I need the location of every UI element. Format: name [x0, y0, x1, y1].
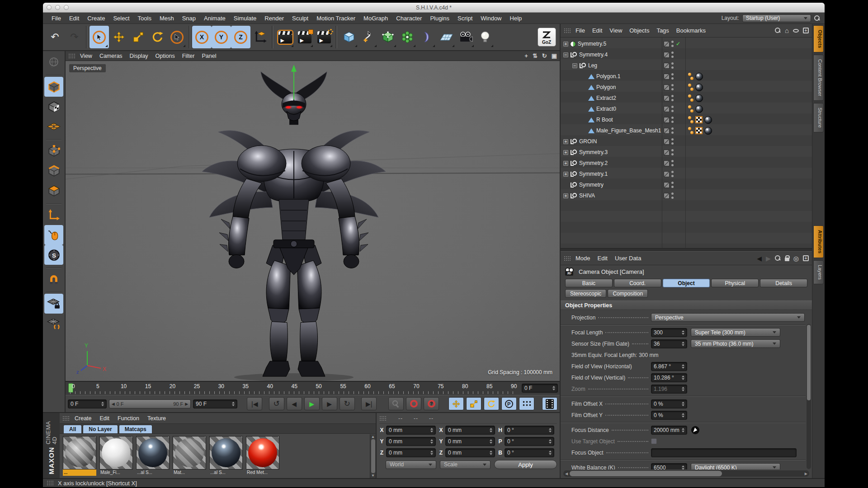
- uvw-tag[interactable]: [695, 127, 703, 134]
- layer-tag[interactable]: [664, 139, 670, 145]
- menu-item[interactable]: Tools: [134, 15, 156, 22]
- visibility-dots[interactable]: [671, 149, 674, 155]
- layer-tag[interactable]: [664, 84, 670, 90]
- points-tag[interactable]: [688, 127, 693, 134]
- tab-coord[interactable]: Coord.: [614, 279, 661, 287]
- material-thumbnail[interactable]: [173, 436, 206, 469]
- coordinate-field[interactable]: 0 °: [505, 426, 554, 435]
- object-row[interactable]: Symmetry: [561, 179, 812, 190]
- snap-toggle-button[interactable]: S: [44, 245, 63, 265]
- layer-tag[interactable]: [664, 117, 670, 123]
- sensor-size-preset-dropdown[interactable]: 35 mm Photo (36.0 mm): [691, 339, 780, 348]
- focal-length-field[interactable]: 300: [651, 328, 687, 337]
- object-row[interactable]: +GROIN: [561, 136, 812, 147]
- object-manager-menu-item[interactable]: File: [572, 27, 589, 34]
- material-thumbnail[interactable]: [63, 436, 96, 469]
- record-keyframe-button[interactable]: [388, 397, 404, 410]
- menu-item[interactable]: Motion Tracker: [312, 15, 359, 22]
- panel-grip[interactable]: [62, 416, 70, 421]
- viewport-menu-item[interactable]: Filter: [179, 53, 198, 59]
- object-manager-menu-item[interactable]: Edit: [589, 27, 606, 34]
- object-name[interactable]: Symmetry.3: [579, 149, 608, 155]
- material-scrollbar[interactable]: ▲▼: [370, 434, 376, 478]
- viewport-menu-item[interactable]: Options: [152, 53, 179, 59]
- visibility-dots[interactable]: [671, 192, 674, 199]
- menu-item[interactable]: Select: [109, 15, 133, 22]
- material-menu-item[interactable]: Create: [71, 415, 96, 422]
- object-manager-menu-item[interactable]: Bookmarks: [673, 27, 709, 34]
- key-pla-toggle[interactable]: [519, 397, 534, 410]
- menu-item[interactable]: Character: [392, 15, 426, 22]
- points-tag[interactable]: [688, 84, 693, 91]
- material-thumbnail[interactable]: [99, 436, 133, 469]
- focus-distance-field[interactable]: 20000 mm: [651, 426, 687, 435]
- menu-item[interactable]: Render: [260, 15, 288, 22]
- undo-button[interactable]: ↶: [45, 26, 65, 48]
- scale-mode-dropdown[interactable]: Scale: [440, 460, 491, 469]
- material-tag[interactable]: [695, 94, 703, 102]
- expander-toggle[interactable]: +: [563, 150, 568, 155]
- points-tag[interactable]: [688, 73, 693, 80]
- layer-tag[interactable]: [664, 160, 670, 166]
- frame-range-slider[interactable]: ◀ 0 F 90 F ▶: [109, 399, 191, 408]
- menu-item[interactable]: Window: [476, 15, 505, 22]
- object-name[interactable]: Extract0: [596, 106, 616, 112]
- material-tab-all[interactable]: All: [63, 425, 82, 433]
- timeline-ruler[interactable]: 051015202530354045505560657075808590 0 F: [66, 381, 560, 395]
- object-name[interactable]: Symmetry.1: [579, 171, 608, 177]
- visibility-dots[interactable]: [671, 127, 674, 134]
- object-row[interactable]: +SHIVA: [561, 190, 812, 201]
- menu-item[interactable]: File: [47, 15, 65, 22]
- deformer-button[interactable]: [417, 26, 436, 48]
- object-row[interactable]: +Symmetry.5✓: [561, 38, 812, 49]
- expander-toggle[interactable]: +: [563, 172, 568, 177]
- attribute-vertical-scrollbar[interactable]: [807, 324, 811, 469]
- ruler-frame-field[interactable]: 0 F: [522, 384, 558, 393]
- material-item[interactable]: ...al S...: [136, 436, 170, 476]
- rotate-view-icon[interactable]: ↻: [542, 52, 547, 59]
- coordinate-header[interactable]: --: [418, 415, 434, 422]
- polygons-mode-button[interactable]: [44, 181, 63, 201]
- material-tab-no-layer[interactable]: No Layer: [83, 425, 118, 433]
- spline-pen-button[interactable]: [359, 26, 378, 48]
- key-parameter-toggle[interactable]: P: [501, 397, 517, 410]
- object-row[interactable]: Polygon.1: [561, 71, 812, 82]
- material-menu-item[interactable]: Texture: [143, 415, 170, 422]
- workplane-mode-button[interactable]: [44, 117, 63, 136]
- visibility-dots[interactable]: [671, 160, 674, 166]
- visibility-dots[interactable]: [671, 171, 674, 177]
- panel-tab-layers[interactable]: Layers: [813, 260, 824, 284]
- object-manager-menu-item[interactable]: View: [606, 27, 626, 34]
- object-row[interactable]: +Symmetry.1: [561, 169, 812, 179]
- viewport-menu-item[interactable]: View: [76, 53, 96, 59]
- visibility-dots[interactable]: [671, 84, 674, 90]
- object-row[interactable]: −Leg: [561, 60, 812, 71]
- play-reverse-button[interactable]: ↺: [269, 397, 284, 410]
- menu-item[interactable]: Animate: [200, 15, 230, 22]
- planar-workplane-button[interactable]: [44, 314, 63, 333]
- layout-dropdown[interactable]: Startup (User): [742, 14, 811, 22]
- material-tag[interactable]: [695, 73, 703, 80]
- material-tab-matcaps[interactable]: Matcaps: [119, 425, 152, 433]
- material-thumbnail[interactable]: [246, 436, 279, 469]
- panel-grip[interactable]: [68, 53, 75, 59]
- fov-vertical-field[interactable]: 10.286 °: [651, 373, 687, 382]
- scale-tool-button[interactable]: [128, 26, 148, 48]
- object-name[interactable]: Symmetry.2: [579, 160, 608, 166]
- add-cube-button[interactable]: [339, 26, 359, 48]
- lock-icon[interactable]: [785, 258, 789, 261]
- layer-tag[interactable]: [664, 182, 670, 188]
- material-item[interactable]: Male_Fi...: [99, 436, 133, 476]
- key-rotation-toggle[interactable]: [484, 397, 499, 410]
- film-offset-x-field[interactable]: 0 %: [651, 399, 687, 408]
- focal-length-preset-dropdown[interactable]: Super Tele (300 mm): [691, 328, 780, 337]
- y-axis-lock-button[interactable]: Y: [212, 26, 231, 48]
- layer-tag[interactable]: [664, 52, 670, 58]
- material-item[interactable]: ...al S...: [209, 436, 243, 476]
- z-axis-lock-button[interactable]: Z: [231, 26, 250, 48]
- object-name[interactable]: R Boot: [596, 117, 613, 123]
- panel-tab-structure[interactable]: Structure: [813, 103, 824, 132]
- visibility-dots[interactable]: [671, 138, 674, 145]
- object-name[interactable]: GROIN: [579, 138, 597, 145]
- object-name[interactable]: Polygon.1: [596, 73, 620, 80]
